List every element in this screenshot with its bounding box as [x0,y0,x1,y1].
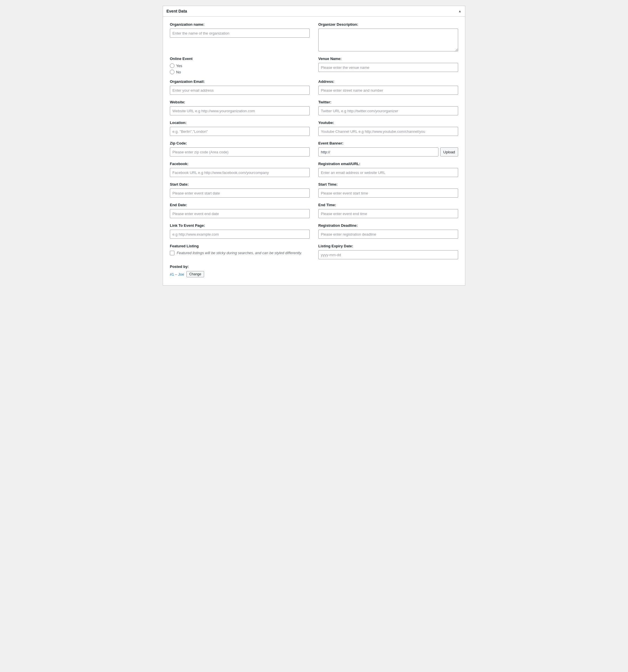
link-event-input[interactable] [170,230,310,239]
org-email-input[interactable] [170,86,310,95]
link-event-group: Link To Event Page: [170,223,310,239]
address-label: Address: [318,79,458,84]
upload-button[interactable]: Upload [440,147,458,157]
online-event-group: Online Event Yes No [170,56,310,74]
event-banner-group: Event Banner: Upload [318,141,458,157]
start-date-group: Start Date: [170,182,310,198]
zip-label: Zip Code: [170,141,310,145]
twitter-group: Twitter: [318,100,458,115]
featured-checkbox[interactable] [170,251,174,255]
org-desc-group: Organizer Description: [318,22,458,51]
location-label: Location: [170,121,310,125]
start-date-input[interactable] [170,189,310,198]
youtube-label: Youtube: [318,121,458,125]
panel-header: Event Data ▲ [163,6,465,17]
yes-radio[interactable] [170,64,174,68]
end-date-input[interactable] [170,209,310,218]
location-group: Location: [170,121,310,136]
listing-expiry-input[interactable] [318,250,458,259]
youtube-group: Youtube: [318,121,458,136]
end-date-group: End Date: [170,203,310,218]
reg-deadline-group: Registration Deadline: [318,223,458,239]
start-time-label: Start Time: [318,182,458,187]
featured-listing-desc: Featured listings will be sticky during … [177,250,302,256]
featured-listing-label: Featured Listing [170,244,310,248]
featured-listing-group: Featured Listing Featured listings will … [170,244,310,259]
facebook-input[interactable] [170,168,310,177]
posted-by-link[interactable]: #1 – Joe [170,272,184,277]
address-group: Address: [318,79,458,95]
yes-radio-item[interactable]: Yes [170,64,310,68]
online-event-radio-group: Yes No [170,64,310,74]
start-time-group: Start Time: [318,182,458,198]
change-button[interactable]: Change [186,271,204,277]
zip-input[interactable] [170,147,310,157]
facebook-label: Facebook: [170,162,310,166]
reg-deadline-label: Registration Deadline: [318,223,458,227]
reg-deadline-input[interactable] [318,230,458,239]
website-group: Website: [170,100,310,115]
website-input[interactable] [170,106,310,115]
youtube-input[interactable] [318,127,458,136]
posted-by-group: Posted by: #1 – Joe Change [170,264,310,277]
facebook-group: Facebook: [170,162,310,177]
online-event-label: Online Event [170,56,310,61]
org-email-group: Organization Email: [170,79,310,95]
panel-body: Organization name: Organizer Description… [163,17,465,285]
reg-email-label: Registration email/URL: [318,162,458,166]
posted-by-value: #1 – Joe Change [170,271,310,277]
listing-expiry-label: Listing Expiry Date: [318,244,458,248]
org-email-label: Organization Email: [170,79,310,84]
featured-checkbox-row: Featured listings will be sticky during … [170,250,310,256]
posted-by-label: Posted by: [170,264,310,269]
listing-expiry-group: Listing Expiry Date: [318,244,458,259]
yes-label: Yes [176,64,182,68]
event-banner-label: Event Banner: [318,141,458,145]
no-label: No [176,70,181,74]
address-input[interactable] [318,86,458,95]
panel-toggle-icon[interactable]: ▲ [458,9,461,13]
start-time-input[interactable] [318,189,458,198]
reg-email-input[interactable] [318,168,458,177]
venue-name-label: Venue Name: [318,56,458,61]
venue-name-group: Venue Name: [318,56,458,74]
org-name-input[interactable] [170,28,310,38]
website-label: Website: [170,100,310,104]
twitter-input[interactable] [318,106,458,115]
twitter-label: Twitter: [318,100,458,104]
org-name-group: Organization name: [170,22,310,51]
org-name-label: Organization name: [170,22,310,27]
panel-title: Event Data [167,9,187,14]
end-time-group: End Time: [318,203,458,218]
zip-group: Zip Code: [170,141,310,157]
start-date-label: Start Date: [170,182,310,187]
end-time-label: End Time: [318,203,458,207]
location-input[interactable] [170,127,310,136]
form-grid: Organization name: Organizer Description… [170,22,458,277]
venue-name-input[interactable] [318,63,458,72]
event-banner-input[interactable] [318,147,438,157]
event-data-panel: Event Data ▲ Organization name: Organize… [163,6,465,286]
no-radio-item[interactable]: No [170,70,310,74]
reg-email-group: Registration email/URL: [318,162,458,177]
banner-row: Upload [318,147,458,157]
org-desc-textarea[interactable] [318,28,458,51]
no-radio[interactable] [170,70,174,74]
end-date-label: End Date: [170,203,310,207]
org-desc-label: Organizer Description: [318,22,458,27]
end-time-input[interactable] [318,209,458,218]
link-event-label: Link To Event Page: [170,223,310,227]
